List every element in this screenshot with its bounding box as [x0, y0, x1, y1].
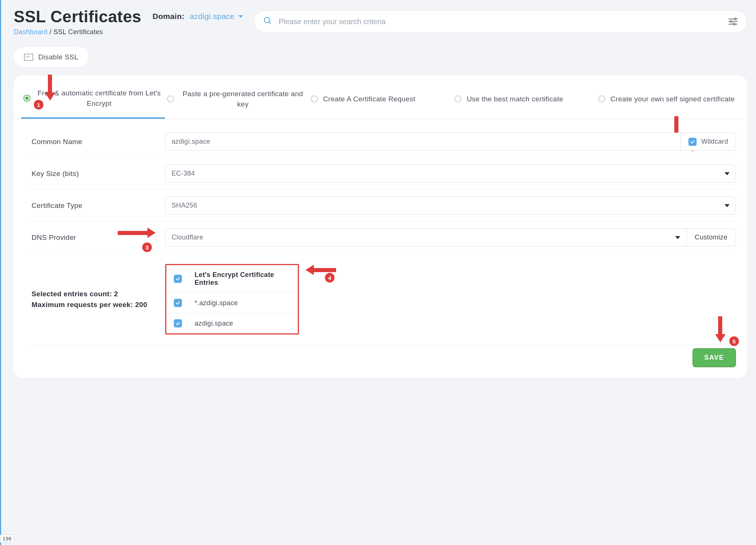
checkbox-checked-icon[interactable]	[174, 275, 182, 283]
checkbox-checked-icon[interactable]	[174, 319, 182, 327]
svg-point-7	[733, 23, 735, 25]
search-bar[interactable]	[254, 10, 747, 33]
common-name-label: Common Name	[32, 138, 158, 146]
dns-provider-label: DNS Provider	[32, 234, 158, 242]
key-size-select[interactable]: EC-384	[165, 164, 736, 183]
checkbox-checked-icon	[688, 138, 697, 146]
disable-ssl-button[interactable]: Disable SSL	[14, 47, 89, 67]
breadcrumb-current: SSL Certificates	[53, 28, 103, 36]
checkbox-checked-icon[interactable]	[174, 299, 182, 307]
breadcrumb-dashboard-link[interactable]: Dashboard	[14, 28, 48, 36]
ssl-type-tabs: Free & automatic certificate from Let's …	[14, 75, 747, 119]
entries-header-row[interactable]: Let's Encrypt Certificate Entries	[166, 265, 298, 293]
caret-down-icon	[675, 236, 680, 239]
dns-provider-select[interactable]: Cloudflare	[165, 228, 687, 247]
svg-point-5	[730, 21, 732, 23]
annotation-badge-3: 3	[142, 242, 152, 252]
chevron-down-icon	[238, 15, 243, 18]
radio-icon	[598, 95, 605, 102]
breadcrumb: Dashboard / SSL Certificates	[14, 28, 141, 36]
tab-self-signed[interactable]: Create your own self signed certificate	[596, 88, 740, 119]
page-title: SSL Certificates	[14, 7, 141, 26]
domain-label: Domain:	[153, 12, 185, 21]
domain-dropdown[interactable]: azdigi.space	[190, 12, 243, 21]
search-icon	[263, 16, 272, 27]
tab-create-csr[interactable]: Create A Certificate Request	[309, 88, 452, 119]
filter-icon[interactable]	[728, 17, 738, 26]
radio-icon	[311, 95, 318, 102]
svg-point-0	[264, 17, 270, 23]
save-button[interactable]: SAVE	[693, 348, 736, 367]
key-size-label: Key Size (bits)	[32, 170, 158, 178]
tab-paste-cert[interactable]: Paste a pre-generated certificate and ke…	[165, 88, 309, 119]
radio-icon	[23, 95, 30, 102]
caret-down-icon	[724, 172, 730, 175]
tab-lets-encrypt[interactable]: Free & automatic certificate from Let's …	[21, 88, 165, 119]
cert-type-select[interactable]: SHA256	[165, 196, 736, 215]
customize-button[interactable]: Customize	[687, 228, 736, 247]
radio-icon	[454, 95, 462, 102]
entries-table: Let's Encrypt Certificate Entries *.azdi…	[165, 264, 299, 334]
corner-tag: 196	[0, 535, 14, 543]
wildcard-toggle[interactable]: Wildcard	[681, 133, 736, 151]
radio-icon	[167, 95, 174, 102]
code-icon	[24, 54, 33, 61]
svg-point-3	[734, 18, 736, 20]
common-name-input[interactable]: azdigi.space	[165, 133, 681, 151]
entries-summary: Selected entries count: 2 Maximum reques…	[32, 288, 158, 310]
tab-best-match[interactable]: Use the best match certificate	[452, 88, 596, 119]
entry-row[interactable]: azdigi.space	[166, 313, 298, 333]
ssl-form-card: Free & automatic certificate from Let's …	[14, 75, 747, 378]
caret-down-icon	[724, 204, 730, 207]
entry-row[interactable]: *.azdigi.space	[166, 293, 298, 313]
cert-type-label: Certificate Type	[32, 202, 158, 210]
svg-line-1	[269, 22, 271, 24]
search-input[interactable]	[272, 17, 728, 26]
